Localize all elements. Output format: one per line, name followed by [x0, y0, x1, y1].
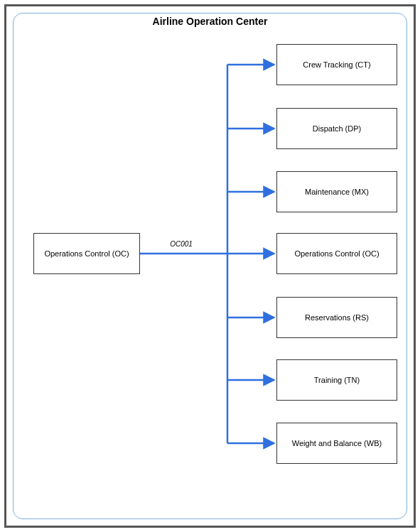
- node-target-weight-balance: Weight and Balance (WB): [276, 423, 397, 464]
- node-target-dispatch: Dispatch (DP): [276, 108, 397, 149]
- edge-label: OC001: [149, 240, 213, 248]
- node-target-training: Training (TN): [276, 359, 397, 401]
- node-target-reservations: Reservations (RS): [276, 297, 397, 338]
- node-label: Reservations (RS): [305, 313, 369, 322]
- node-label: Training (TN): [314, 376, 360, 384]
- node-label: Dispatch (DP): [313, 124, 361, 133]
- node-source-operations-control: Operations Control (OC): [33, 233, 140, 274]
- diagram-title: Airline Operation Center: [0, 16, 420, 27]
- node-target-crew-tracking: Crew Tracking (CT): [276, 44, 397, 85]
- node-label: Operations Control (OC): [44, 249, 129, 258]
- node-target-maintenance: Maintenance (MX): [276, 171, 397, 212]
- node-label: Crew Tracking (CT): [303, 60, 370, 69]
- node-target-operations-control: Operations Control (OC): [276, 233, 397, 274]
- node-label: Maintenance (MX): [305, 188, 369, 196]
- node-label: Weight and Balance (WB): [292, 439, 382, 447]
- node-label: Operations Control (OC): [294, 249, 379, 258]
